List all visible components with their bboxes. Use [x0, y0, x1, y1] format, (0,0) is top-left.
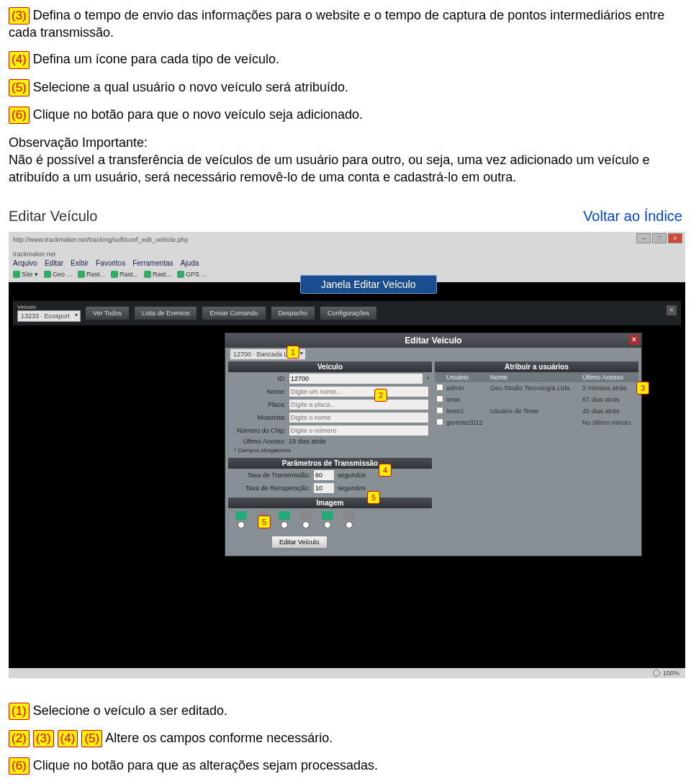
- step-num: (5): [9, 79, 30, 96]
- toolbar-button[interactable]: Enviar Comando: [202, 306, 266, 320]
- observation-body: Não é possível a transferência de veícul…: [9, 151, 682, 186]
- users-table: Usuário Nome Último Acesso adminGeo Stud…: [435, 372, 638, 428]
- radio[interactable]: [346, 521, 353, 528]
- toolbar-button[interactable]: Lista de Eventos: [134, 306, 198, 320]
- table-row: adminGeo Studio Tecnologia Ltda2 minutos…: [435, 382, 638, 394]
- bstep-2: (2) (3) (4) (5) Altere os campos conform…: [9, 730, 682, 747]
- radio[interactable]: [324, 521, 331, 528]
- menu-item[interactable]: Ferramentas: [132, 259, 173, 267]
- user-checkbox[interactable]: [436, 395, 443, 402]
- id-input[interactable]: [289, 373, 423, 384]
- panel-title: Imagem: [228, 497, 432, 508]
- table-row: teste1Usuário de Teste45 dias atrás: [435, 405, 638, 417]
- browser-status-bar: 100%: [9, 668, 685, 678]
- table-row: gerente2012No último minuto: [435, 417, 638, 428]
- window-callout-label: Janela Editar Veículo: [300, 275, 437, 294]
- bookmark-icon: [177, 271, 184, 278]
- instruction-steps-top: (3) Defina o tempo de envio das informaç…: [9, 7, 682, 124]
- step-text: Altere os campos conforme necessário.: [105, 731, 333, 745]
- step-num: (4): [9, 51, 30, 68]
- browser-menu: Arquivo Editar Exibir Favoritos Ferramen…: [13, 259, 681, 267]
- bookmark[interactable]: GPS ...: [177, 271, 207, 278]
- edit-vehicle-button[interactable]: Editar Veículo: [271, 536, 328, 549]
- close-icon[interactable]: ×: [629, 335, 639, 345]
- user-checkbox[interactable]: [436, 407, 443, 414]
- chip-input[interactable]: [289, 425, 429, 436]
- section-header: Editar Veículo Voltar ao Índice: [9, 208, 682, 225]
- step-num: (4): [58, 730, 78, 747]
- field-nome: Nome:: [228, 385, 432, 398]
- toolbar-button[interactable]: Ver Todos: [85, 306, 130, 320]
- bookmark[interactable]: Geo ...: [44, 271, 72, 278]
- step-text: Clique no botão para que o novo veículo …: [30, 107, 363, 122]
- toolbar-button[interactable]: Despacho: [271, 306, 316, 320]
- menu-item[interactable]: Editar: [45, 259, 63, 267]
- menu-item[interactable]: Ajuda: [181, 259, 199, 267]
- bstep-1: (1) Selecione o veículo a ser editado.: [9, 703, 682, 720]
- step-text: Defina um ícone para cada tipo de veícul…: [30, 52, 279, 66]
- field-motorista: Motorista:: [228, 411, 432, 424]
- field-id: ID:*: [228, 372, 432, 385]
- browser-tab[interactable]: trackmaker.net: [13, 248, 681, 258]
- instruction-steps-bottom: (1) Selecione o veículo a ser editado. (…: [9, 703, 682, 775]
- user-checkbox[interactable]: [436, 384, 443, 391]
- nome-input[interactable]: [289, 386, 429, 397]
- placa-input[interactable]: [289, 399, 429, 410]
- rx-input[interactable]: [313, 482, 335, 494]
- step-text: Clique no botão para que as alterações s…: [30, 758, 378, 772]
- car-icon: [235, 511, 247, 520]
- field-placa: Placa:: [228, 398, 432, 411]
- user-checkbox[interactable]: [436, 418, 443, 425]
- menu-item[interactable]: Favoritos: [96, 259, 125, 267]
- toolbar-button[interactable]: Configurações: [320, 306, 377, 320]
- car-icon: [322, 511, 333, 520]
- bookmark-icon: [78, 271, 85, 278]
- menu-item[interactable]: Arquivo: [13, 259, 37, 267]
- step-text: Selecione a qual usuário o novo veículo …: [30, 80, 348, 94]
- close-icon[interactable]: ×: [667, 305, 677, 315]
- tx-input[interactable]: [313, 469, 335, 481]
- back-to-index-link[interactable]: Voltar ao Índice: [583, 208, 682, 225]
- field-ultimo-acesso: Último Acesso:19 dias atrás: [228, 437, 432, 446]
- step-num: (6): [9, 107, 30, 124]
- bookmark[interactable]: Site ▾: [13, 271, 38, 278]
- maximize-icon[interactable]: □: [652, 233, 667, 243]
- table-row: teste67 dias atrás: [435, 394, 638, 405]
- menu-item[interactable]: Exibir: [71, 259, 89, 267]
- bookmark[interactable]: Rast...: [144, 271, 171, 278]
- motorcycle-icon: [300, 511, 312, 520]
- motorista-input[interactable]: [289, 412, 429, 423]
- marker-5a: 5: [367, 491, 380, 504]
- step-3: (3) Defina o tempo de envio das informaç…: [9, 7, 682, 41]
- observation-title: Observação Importante:: [9, 134, 682, 151]
- required-note: * Campos obrigatórios: [228, 446, 432, 455]
- radio[interactable]: [238, 521, 245, 528]
- bookmark-icon: [144, 271, 151, 278]
- marker-1: 1: [286, 346, 299, 359]
- close-icon[interactable]: ×: [668, 233, 682, 243]
- section-title: Editar Veículo: [9, 208, 97, 225]
- bookmark[interactable]: Rast...: [111, 271, 138, 278]
- car-icon: [279, 511, 290, 520]
- observation: Observação Importante: Não é possível a …: [9, 134, 682, 186]
- step-6: (6) Clique no botão para que o novo veíc…: [9, 107, 682, 124]
- bookmark-icon: [44, 271, 51, 278]
- field-taxa-tx: Taxa de Transmissão:segundos: [228, 469, 432, 482]
- address-bar[interactable]: http://www.trackmaker.net/tracking/soft/…: [13, 236, 681, 243]
- bstep-3: (6) Clique no botão para que as alteraçõ…: [9, 757, 682, 775]
- vehicle-dropdown[interactable]: 13233 · Ecosport: [17, 310, 81, 322]
- step-num: (3): [9, 7, 30, 24]
- step-text: Selecione o veículo a ser editado.: [30, 703, 227, 718]
- marker-3: 3: [636, 382, 649, 395]
- assign-users-panel: Atribuir a usuários Usuário Nome Último …: [435, 361, 638, 554]
- bookmark[interactable]: Rast...: [78, 271, 105, 278]
- table-header: Usuário Nome Último Acesso: [435, 372, 638, 382]
- bookmark-icon: [13, 271, 20, 278]
- minimize-icon[interactable]: –: [636, 233, 651, 243]
- panel-title: Veículo: [228, 361, 432, 372]
- radio[interactable]: [281, 521, 288, 528]
- step-num: (3): [33, 730, 54, 747]
- window-buttons: – □ ×: [636, 233, 682, 243]
- panel-title: Atribuir a usuários: [435, 361, 638, 372]
- radio[interactable]: [302, 521, 310, 528]
